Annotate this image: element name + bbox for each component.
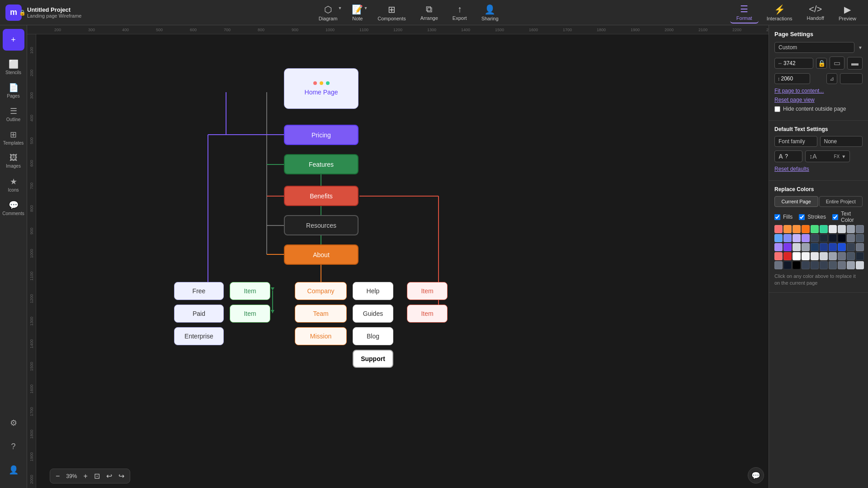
color-swatch[interactable] xyxy=(847,243,855,251)
color-swatch[interactable] xyxy=(802,252,810,260)
color-swatch[interactable] xyxy=(793,252,801,260)
color-swatch[interactable] xyxy=(811,252,819,260)
color-swatch[interactable] xyxy=(802,261,810,269)
color-swatch[interactable] xyxy=(783,252,792,260)
node-resources[interactable]: Resources xyxy=(284,215,359,235)
color-swatch[interactable] xyxy=(802,234,810,242)
fit-page-link[interactable]: Fit page to content... xyxy=(774,88,863,94)
node-team[interactable]: Team xyxy=(295,305,347,323)
sidebar-item-stencils[interactable]: ⬜ Stencils xyxy=(3,56,24,78)
node-item-red-2[interactable]: Item xyxy=(407,305,448,323)
sidebar-item-icons[interactable]: ★ Icons xyxy=(3,174,24,195)
node-paid[interactable]: Paid xyxy=(174,305,224,323)
color-swatch[interactable] xyxy=(856,234,864,242)
color-swatch[interactable] xyxy=(856,261,864,269)
height-input[interactable] xyxy=(781,75,804,82)
angle-input[interactable] xyxy=(840,73,863,84)
redo-button[interactable]: ↪ xyxy=(117,471,126,481)
sidebar-item-comments[interactable]: 💬 Comments xyxy=(3,197,24,219)
node-guides[interactable]: Guides xyxy=(353,305,393,323)
entire-project-tab[interactable]: Entire Project xyxy=(819,196,863,207)
node-help[interactable]: Help xyxy=(353,282,393,300)
current-page-tab[interactable]: Current Page xyxy=(774,196,818,207)
color-swatch[interactable] xyxy=(774,252,783,260)
node-features[interactable]: Features xyxy=(284,154,359,174)
color-swatch[interactable] xyxy=(820,261,828,269)
color-swatch[interactable] xyxy=(847,225,855,233)
node-pricing[interactable]: Pricing xyxy=(284,125,359,145)
hide-content-checkbox[interactable] xyxy=(774,106,780,112)
font-family-select[interactable]: Font family xyxy=(774,136,817,147)
color-swatch[interactable] xyxy=(793,234,801,242)
tool-sharing[interactable]: 👤 Sharing xyxy=(475,2,505,23)
color-swatch[interactable] xyxy=(829,225,837,233)
text-color-checkbox[interactable] xyxy=(832,214,838,220)
color-swatch[interactable] xyxy=(829,261,837,269)
color-swatch[interactable] xyxy=(847,252,855,260)
color-swatch[interactable] xyxy=(838,225,846,233)
right-tool-interactions[interactable]: ⚡ Interactions xyxy=(760,2,799,23)
color-swatch[interactable] xyxy=(811,225,819,233)
node-about[interactable]: About xyxy=(284,244,359,265)
node-item-green-1[interactable]: Item xyxy=(230,282,270,300)
strokes-checkbox[interactable] xyxy=(799,214,805,220)
color-swatch[interactable] xyxy=(856,225,864,233)
node-home-page[interactable]: Home Page xyxy=(284,68,359,109)
zoom-in-button[interactable]: + xyxy=(81,471,89,481)
sidebar-item-pages[interactable]: 📄 Pages xyxy=(3,80,24,101)
portrait-button[interactable]: ▭ xyxy=(830,56,844,70)
right-tool-format[interactable]: ☰ Format xyxy=(730,2,759,23)
tool-export[interactable]: ↑ Export xyxy=(446,2,473,23)
sidebar-item-templates[interactable]: ⊞ Templates xyxy=(3,127,24,148)
node-benefits[interactable]: Benefits xyxy=(284,186,359,206)
node-support[interactable]: Support xyxy=(353,350,393,368)
color-swatch[interactable] xyxy=(783,234,792,242)
sidebar-item-help[interactable]: ? xyxy=(3,436,24,457)
reset-page-view-link[interactable]: Reset page view xyxy=(774,97,863,103)
right-tool-handoff[interactable]: </> Handoff xyxy=(801,2,830,23)
color-swatch[interactable] xyxy=(838,234,846,242)
color-swatch[interactable] xyxy=(847,234,855,242)
color-swatch[interactable] xyxy=(820,225,828,233)
tool-components[interactable]: ⊞ Components xyxy=(371,2,412,23)
color-swatch[interactable] xyxy=(802,243,810,251)
color-swatch[interactable] xyxy=(811,243,819,251)
node-item-green-2[interactable]: Item xyxy=(230,305,270,323)
line-height-input[interactable] xyxy=(818,153,832,160)
chat-button[interactable]: 💬 xyxy=(748,467,764,483)
undo-button[interactable]: ↩ xyxy=(104,471,114,481)
color-swatch[interactable] xyxy=(838,243,846,251)
tool-arrange[interactable]: ⧉ Arrange xyxy=(414,2,444,23)
color-swatch[interactable] xyxy=(774,234,783,242)
canvas[interactable]: Home Page Pricing Features Benefits Reso… xyxy=(36,34,769,488)
tool-diagram[interactable]: ⬡ Diagram ▼ xyxy=(312,2,344,23)
sidebar-item-outline[interactable]: ☰ Outline xyxy=(3,103,24,125)
fit-view-button[interactable]: ⊡ xyxy=(92,471,102,481)
color-swatch[interactable] xyxy=(820,234,828,242)
color-swatch[interactable] xyxy=(811,234,819,242)
landscape-button[interactable]: ▬ xyxy=(847,57,863,70)
width-input[interactable] xyxy=(783,60,806,66)
color-swatch[interactable] xyxy=(774,243,783,251)
color-swatch[interactable] xyxy=(856,243,864,251)
node-blog[interactable]: Blog xyxy=(353,327,393,345)
color-swatch[interactable] xyxy=(829,243,837,251)
font-style-select[interactable]: None xyxy=(820,136,863,147)
color-swatch[interactable] xyxy=(774,261,783,269)
fills-checkbox[interactable] xyxy=(774,214,780,220)
node-enterprise[interactable]: Enterprise xyxy=(174,327,224,345)
sidebar-item-avatar[interactable]: 👤 xyxy=(3,459,24,481)
tool-note[interactable]: 📝 Note ▼ xyxy=(345,2,369,23)
color-swatch[interactable] xyxy=(783,225,792,233)
color-swatch[interactable] xyxy=(802,225,810,233)
right-tool-preview[interactable]: ▶ Preview xyxy=(832,2,863,23)
color-swatch[interactable] xyxy=(774,225,783,233)
reset-defaults-link[interactable]: Reset defaults xyxy=(774,166,863,172)
color-swatch[interactable] xyxy=(783,243,792,251)
color-swatch[interactable] xyxy=(820,252,828,260)
color-swatch[interactable] xyxy=(838,261,846,269)
node-item-red-1[interactable]: Item xyxy=(407,282,448,300)
node-company[interactable]: Company xyxy=(295,282,347,300)
sidebar-item-settings[interactable]: ⚙ xyxy=(3,412,24,434)
color-swatch[interactable] xyxy=(829,234,837,242)
